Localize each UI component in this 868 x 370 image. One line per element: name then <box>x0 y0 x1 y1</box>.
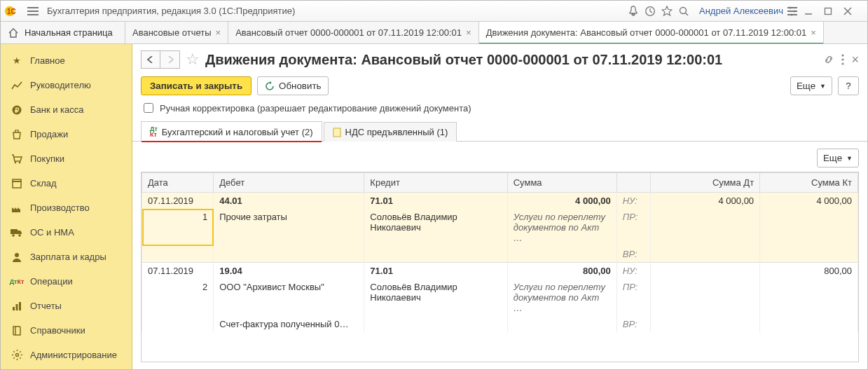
table-row[interactable]: ВР: <box>142 246 858 263</box>
close-icon[interactable]: × <box>466 27 471 38</box>
svg-point-25 <box>12 234 15 237</box>
sidebar-item-assets[interactable]: ОС и НМА <box>1 220 132 245</box>
col-sum[interactable]: Сумма <box>507 173 616 193</box>
bell-icon[interactable] <box>628 6 645 17</box>
svg-point-11 <box>790 6 792 8</box>
svg-point-33 <box>842 54 844 56</box>
refresh-label: Обновить <box>279 81 321 91</box>
logo-1c-icon: 1С <box>5 4 22 18</box>
grid-more-button[interactable]: Еще▼ <box>817 149 859 167</box>
sidebar-item-operations[interactable]: ДтКтОперации <box>1 269 132 294</box>
nav-forward-button[interactable] <box>160 50 180 69</box>
table-row[interactable]: 1 Прочие затраты Соловьёв Владимир Никол… <box>142 209 858 246</box>
close-icon[interactable]: × <box>216 27 221 38</box>
star-icon: ★ <box>9 55 25 66</box>
person-icon <box>9 252 25 262</box>
tab-0[interactable]: Авансовые отчеты × <box>125 22 228 43</box>
subtab-vat[interactable]: НДС предъявленный (1) <box>324 122 457 142</box>
close-button[interactable] <box>843 7 863 15</box>
svg-point-12 <box>794 10 796 12</box>
dtkt-icon: ДтКт <box>9 279 25 285</box>
star-icon[interactable] <box>661 6 678 17</box>
table-header-row: Дата Дебет Кредит Сумма Сумма Дт Сумма К… <box>142 173 858 193</box>
sidebar-item-production[interactable]: Производство <box>1 196 132 220</box>
tab-2[interactable]: Движения документа: Авансовый отчет 0000… <box>479 22 824 43</box>
svg-point-35 <box>842 62 844 64</box>
titlebar: 1С Бухгалтерия предприятия, редакция 3.0… <box>1 1 867 22</box>
close-icon[interactable]: × <box>811 27 816 38</box>
sidebar-item-label: Операции <box>30 276 73 287</box>
refresh-button[interactable]: Обновить <box>257 76 329 95</box>
tabstrip: Начальная страница Авансовые отчеты × Ав… <box>1 22 867 44</box>
maximize-button[interactable] <box>824 7 843 15</box>
home-icon <box>8 28 19 38</box>
cell-sum-desc: Услуги по переплету документов по Акт … <box>507 209 616 246</box>
minimize-button[interactable] <box>804 7 824 15</box>
col-sumkt[interactable]: Сумма Кт <box>760 173 858 193</box>
history-icon[interactable] <box>645 6 661 17</box>
settings-menu-icon[interactable] <box>787 6 804 16</box>
sidebar-item-hr[interactable]: Зарплата и кадры <box>1 245 132 269</box>
link-icon[interactable] <box>823 54 834 65</box>
svg-point-21 <box>19 161 21 163</box>
search-icon[interactable] <box>678 6 695 17</box>
col-sumdt[interactable]: Сумма Дт <box>651 173 760 193</box>
sidebar-item-warehouse[interactable]: Склад <box>1 171 132 196</box>
sidebar-item-manager[interactable]: Руководителю <box>1 73 132 97</box>
sidebar-item-reports[interactable]: Отчеты <box>1 294 132 318</box>
sidebar-item-label: ОС и НМА <box>30 227 74 238</box>
svg-rect-22 <box>13 181 21 188</box>
chart-icon <box>9 81 25 90</box>
tab-1[interactable]: Авансовый отчет 0000-000001 от 07.11.201… <box>228 22 479 43</box>
tab-label: Движения документа: Авансовый отчет 0000… <box>486 27 807 38</box>
sidebar-item-label: Отчеты <box>30 301 62 311</box>
favorite-icon[interactable]: ☆ <box>186 50 200 69</box>
app-menu-icon[interactable] <box>27 7 39 15</box>
sidebar: ★Главное Руководителю ₽Банк и касса Прод… <box>1 44 132 370</box>
col-debit[interactable]: Дебет <box>214 173 364 193</box>
sidebar-item-label: Покупки <box>30 153 64 164</box>
help-button[interactable]: ? <box>838 76 859 95</box>
col-credit[interactable]: Кредит <box>364 173 507 193</box>
svg-rect-23 <box>13 179 21 181</box>
sidebar-item-bank[interactable]: ₽Банк и касса <box>1 97 132 122</box>
nav-back-button[interactable] <box>141 50 160 69</box>
sidebar-item-label: Руководителю <box>30 80 91 90</box>
tab-label: Авансовый отчет 0000-000001 от 07.11.201… <box>235 27 462 38</box>
svg-point-32 <box>15 354 18 357</box>
table-row[interactable]: 07.11.2019 44.01 71.01 4 000,00 НУ: 4 00… <box>142 193 858 210</box>
ruble-icon: ₽ <box>9 104 25 116</box>
sidebar-item-catalogs[interactable]: Справочники <box>1 318 132 343</box>
save-close-button[interactable]: Записать и закрыть <box>141 76 252 95</box>
content: ☆ Движения документа: Авансовый отчет 00… <box>132 44 867 370</box>
manual-edit-checkbox[interactable] <box>144 103 153 113</box>
table-row[interactable]: 07.11.2019 19.04 71.01 800,00 НУ: 800,00 <box>142 263 858 280</box>
sidebar-item-admin[interactable]: Администрирование <box>1 343 132 367</box>
close-icon[interactable]: × <box>851 53 859 67</box>
cell-credit-txt: Соловьёв Владимир Николаевич <box>364 209 507 246</box>
sidebar-item-purchases[interactable]: Покупки <box>1 146 132 171</box>
user-name[interactable]: Андрей Алексеевич <box>699 6 783 16</box>
cell-sumdt: 4 000,00 <box>651 193 760 210</box>
svg-rect-29 <box>16 304 18 310</box>
cell-sum-desc: Услуги по переплету документов по Акт … <box>507 279 616 316</box>
kebab-icon[interactable] <box>841 54 844 65</box>
more-label: Еще <box>797 81 815 91</box>
col-spacer <box>616 173 650 193</box>
svg-line-7 <box>686 13 689 15</box>
svg-point-27 <box>15 253 19 257</box>
table-row[interactable]: 2 ООО "Архивист Москвы" Соловьёв Владими… <box>142 279 858 316</box>
tab-home[interactable]: Начальная страница <box>1 22 125 43</box>
tab-home-label: Начальная страница <box>25 27 113 38</box>
subtab-accounting[interactable]: ДтКт Бухгалтерский и налоговый учет (2) <box>141 121 322 142</box>
cell-sumdt <box>651 263 760 280</box>
refresh-icon <box>265 81 275 91</box>
dtkt-icon: ДтКт <box>150 126 158 137</box>
col-date[interactable]: Дата <box>142 173 214 193</box>
sidebar-item-main[interactable]: ★Главное <box>1 48 132 73</box>
ledger-grid[interactable]: Дата Дебет Кредит Сумма Сумма Дт Сумма К… <box>141 172 859 362</box>
cell-vr: ВР: <box>616 246 650 263</box>
sidebar-item-sales[interactable]: Продажи <box>1 122 132 146</box>
table-row[interactable]: Счет-фактура полученный 0… ВР: <box>142 316 858 332</box>
more-button[interactable]: Еще▼ <box>790 76 832 95</box>
